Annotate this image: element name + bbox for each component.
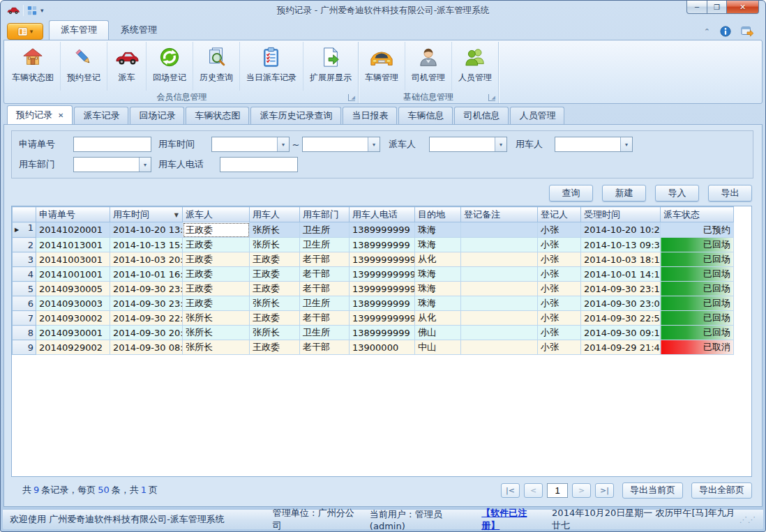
table-cell[interactable]: 1389999999 <box>350 296 415 311</box>
table-cell[interactable]: 小张 <box>538 282 581 296</box>
row-indicator-cell[interactable]: 5 <box>13 282 36 296</box>
header-accept-time[interactable]: 受理时间 <box>581 207 661 222</box>
table-row[interactable]: 3201410030012014-10-03 20:00王政委王政委老干部139… <box>13 252 734 267</box>
table-cell[interactable]: 张所长 <box>250 238 300 252</box>
table-cell[interactable]: 2014-10-03 20:00 <box>110 252 183 267</box>
export-button[interactable]: 导出 <box>708 185 752 202</box>
table-cell[interactable]: 张所长 <box>183 326 250 340</box>
ribbon-button-driver-management[interactable]: 司机管理 <box>405 42 451 91</box>
table-cell[interactable]: 王政委 <box>250 267 300 282</box>
table-cell[interactable]: 2014-10-13 15:00 <box>110 238 183 252</box>
sort-descending-icon[interactable]: ▼ <box>174 212 179 218</box>
about-window-icon[interactable] <box>741 26 753 37</box>
table-cell[interactable]: 20141003001 <box>36 252 110 267</box>
header-dispatcher[interactable]: 派车人 <box>183 207 250 222</box>
chevron-down-icon[interactable]: ▾ <box>495 137 506 151</box>
ribbon-button-vehicle-management[interactable]: 车辆管理 <box>359 42 405 91</box>
dispatch-status-cell[interactable]: 已回场 <box>661 267 734 282</box>
table-cell[interactable]: 老干部 <box>300 252 350 267</box>
table-cell[interactable]: 中山 <box>415 340 461 355</box>
table-cell[interactable]: 小张 <box>538 340 581 355</box>
prev-page-button[interactable]: < <box>524 483 543 498</box>
ribbon-button-vehicle-status-map[interactable]: 车辆状态图 <box>6 42 60 91</box>
maximize-button[interactable]: ❐ <box>707 1 727 14</box>
table-cell[interactable] <box>461 267 538 282</box>
table-row[interactable]: 8201409300012014-09-30 20:00张所长张所长卫生所138… <box>13 326 734 340</box>
table-cell[interactable]: 13999999999 <box>350 282 415 296</box>
table-cell[interactable]: 20141020001 <box>36 222 110 238</box>
row-indicator-cell[interactable]: 2 <box>13 238 36 252</box>
user-combo[interactable]: ▾ <box>555 137 633 152</box>
table-cell[interactable]: 1389999999 <box>350 238 415 252</box>
row-indicator-cell[interactable]: 9 <box>13 340 36 355</box>
row-indicator-cell[interactable]: ▶1 <box>13 222 36 238</box>
table-cell[interactable]: 王政委 <box>183 296 250 311</box>
table-cell[interactable]: 从化 <box>415 311 461 326</box>
dispatch-status-cell[interactable]: 已预约 <box>661 222 734 238</box>
table-cell[interactable]: 张所长 <box>250 326 300 340</box>
header-use-time[interactable]: 用车时间▼ <box>110 207 183 222</box>
table-row[interactable]: 6201409300032014-09-30 23:00王政委张所长卫生所138… <box>13 296 734 311</box>
table-cell[interactable]: 小张 <box>538 238 581 252</box>
table-cell[interactable]: 13900000 <box>350 340 415 355</box>
table-cell[interactable]: 珠海 <box>415 222 461 238</box>
table-cell[interactable]: 1389999999 <box>350 222 415 238</box>
dispatch-status-cell[interactable]: 已回场 <box>661 252 734 267</box>
page-number-input[interactable] <box>547 483 568 498</box>
table-cell[interactable]: 张所长 <box>183 340 250 355</box>
use-time-from-combo[interactable]: ▾ <box>211 137 290 152</box>
table-cell[interactable]: 2014-09-29 21:47 <box>581 340 661 355</box>
table-cell[interactable]: 小张 <box>538 252 581 267</box>
doc-tab-dispatch-history-query[interactable]: 派车历史记录查询 <box>250 107 341 124</box>
close-tab-icon[interactable]: ✕ <box>58 112 63 119</box>
table-cell[interactable]: 张所长 <box>183 311 250 326</box>
table-cell[interactable]: 2014-09-30 20:00 <box>110 326 183 340</box>
row-indicator-cell[interactable]: 4 <box>13 267 36 282</box>
table-cell[interactable]: 老干部 <box>300 311 350 326</box>
import-button[interactable]: 导入 <box>655 185 699 202</box>
doc-tab-personnel-management[interactable]: 人员管理 <box>510 107 564 124</box>
table-cell[interactable]: 王政委 <box>183 267 250 282</box>
doc-tab-vehicle-info[interactable]: 车辆信息 <box>398 107 453 124</box>
chevron-down-icon[interactable]: ▾ <box>277 137 289 151</box>
ribbon-tab-system[interactable]: 系统管理 <box>109 20 169 40</box>
table-cell[interactable]: 13999999999 <box>350 252 415 267</box>
table-cell[interactable]: 20140930002 <box>36 311 110 326</box>
table-cell[interactable]: 老干部 <box>300 340 350 355</box>
table-row[interactable]: 5201409300052014-09-30 23:30王政委王政委老干部139… <box>13 282 734 296</box>
header-registrar[interactable]: 登记人 <box>538 207 581 222</box>
table-cell[interactable]: 20140929002 <box>36 340 110 355</box>
row-indicator-cell[interactable]: 3 <box>13 252 36 267</box>
table-cell[interactable]: 王政委 <box>250 311 300 326</box>
table-cell[interactable]: 小张 <box>538 267 581 282</box>
table-cell[interactable]: 卫生所 <box>300 222 350 238</box>
table-cell[interactable]: 小张 <box>538 326 581 340</box>
header-apply-no[interactable]: 申请单号 <box>36 207 110 222</box>
chevron-down-icon[interactable]: ▾ <box>139 158 151 172</box>
table-cell[interactable]: 2014-10-13 09:34 <box>581 238 661 252</box>
phone-input[interactable] <box>220 157 298 172</box>
dispatch-status-cell[interactable]: 已回场 <box>661 282 734 296</box>
table-cell[interactable]: 2014-09-30 23:14 <box>581 282 661 296</box>
ribbon-tab-dispatch[interactable]: 派车管理 <box>49 20 109 40</box>
row-indicator-cell[interactable]: 8 <box>13 326 36 340</box>
doc-tab-vehicle-status-map[interactable]: 车辆状态图 <box>186 107 249 124</box>
table-cell[interactable]: 2014-09-30 22:59 <box>581 311 661 326</box>
dispatch-status-cell[interactable]: 已回场 <box>661 311 734 326</box>
software-registered-link[interactable]: 【软件已注册】 <box>481 507 541 532</box>
table-cell[interactable]: 珠海 <box>415 267 461 282</box>
table-cell[interactable]: 张所长 <box>250 296 300 311</box>
last-page-button[interactable]: >| <box>595 483 614 498</box>
table-cell[interactable]: 20141013001 <box>36 238 110 252</box>
table-cell[interactable] <box>461 252 538 267</box>
table-cell[interactable]: 王政委 <box>183 222 250 238</box>
doc-tab-daily-report[interactable]: 当日报表 <box>343 107 397 124</box>
dialog-launcher-icon[interactable]: ◢ <box>488 94 495 101</box>
header-remark[interactable]: 登记备注 <box>461 207 538 222</box>
table-row[interactable]: ▶1201410200012014-10-20 13:00王政委张所长卫生所13… <box>13 222 734 238</box>
table-cell[interactable]: 小张 <box>538 311 581 326</box>
table-cell[interactable]: 20140930001 <box>36 326 110 340</box>
ribbon-button-reservation[interactable]: 预约登记 <box>60 42 107 91</box>
table-cell[interactable]: 2014-09-30 09:17 <box>581 326 661 340</box>
header-dept[interactable]: 用车部门 <box>300 207 350 222</box>
